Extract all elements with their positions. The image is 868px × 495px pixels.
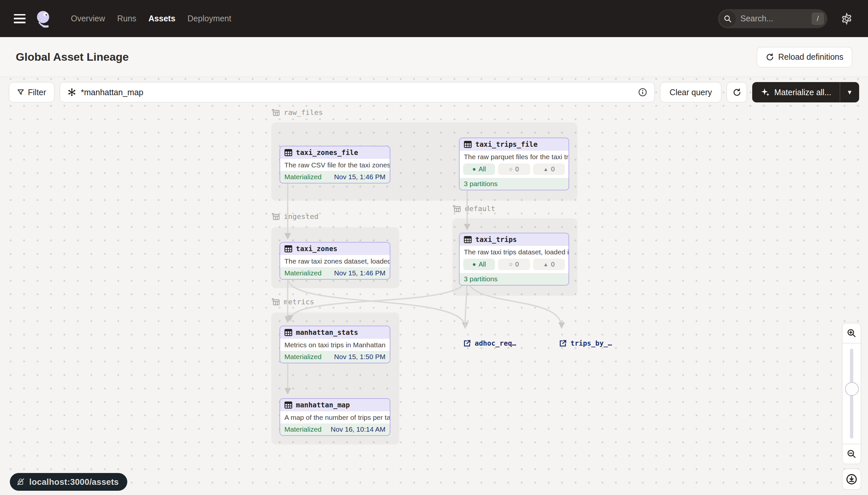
external-asset-adhoc-request[interactable]: adhoc_req… [463, 339, 516, 347]
table-icon [464, 236, 472, 243]
settings-gear-icon[interactable] [840, 13, 853, 25]
page-title: Global Asset Lineage [16, 51, 129, 63]
status-badge: Materialized [284, 425, 321, 433]
partition-badges: ●All ○0 ▲0 [460, 258, 568, 273]
zoom-out-icon [847, 449, 856, 459]
recenter-view-button[interactable] [842, 469, 861, 490]
lineage-canvas: Filter *manhattan_map Clear query [0, 77, 868, 495]
badge-missing-count: 0 [551, 261, 555, 268]
page-header: Global Asset Lineage Reload definitions [0, 37, 868, 77]
external-link-icon [559, 339, 567, 347]
badge-all-label: All [479, 166, 486, 173]
status-badge: Materialized [284, 353, 321, 361]
materialize-all-label: Materialize all... [774, 88, 831, 97]
nav-links: Overview Runs Assets Deployment [71, 14, 231, 23]
clear-query-button[interactable]: Clear query [660, 82, 721, 102]
materialization-timestamp: Nov 16, 10:14 AM [331, 425, 386, 433]
failed-ring-icon: ○ [509, 261, 513, 268]
search-placeholder: Search... [740, 14, 812, 23]
asset-node-taxi-zones-file[interactable]: taxi_zones_file The raw CSV file for the… [280, 146, 390, 184]
info-icon[interactable] [638, 88, 647, 97]
table-icon [284, 149, 292, 156]
top-nav: Overview Runs Assets Deployment Search..… [0, 0, 868, 37]
external-asset-trips-by[interactable]: trips_by_… [559, 339, 612, 347]
dagster-logo[interactable] [35, 10, 52, 28]
badge-all-label: All [479, 261, 486, 268]
materialization-timestamp: Nov 15, 1:46 PM [334, 173, 386, 181]
asset-node-manhattan-stats[interactable]: manhattan_stats Metrics on taxi trips in… [280, 326, 390, 363]
zoom-slider-handle[interactable] [845, 382, 859, 396]
asset-node-taxi-trips-file[interactable]: taxi_trips_file The raw parquet files fo… [459, 138, 569, 190]
external-asset-name: trips_by_… [570, 339, 612, 347]
asset-name: taxi_zones [296, 245, 337, 253]
table-icon [284, 245, 292, 252]
asset-description: The raw CSV file for the taxi zones dat.… [280, 159, 390, 171]
table-icon [284, 329, 292, 336]
status-badge: Materialized [284, 269, 321, 277]
download-circle-icon [846, 474, 857, 485]
failed-ring-icon: ○ [509, 166, 513, 173]
status-url: localhost:3000/assets [29, 477, 119, 487]
asset-description: A map of the number of trips per taxi z.… [280, 411, 390, 424]
reload-definitions-button[interactable]: Reload definitions [757, 47, 852, 67]
asset-name: taxi_trips [475, 236, 517, 243]
refresh-icon [732, 88, 741, 97]
missing-triangle-icon: ▲ [543, 262, 548, 268]
external-link-icon [463, 339, 472, 347]
badge-missing-count: 0 [551, 166, 555, 173]
table-icon [284, 402, 292, 409]
materialization-timestamp: Nov 15, 1:46 PM [334, 269, 386, 277]
asset-description: The raw taxi zones dataset, loaded int..… [280, 255, 390, 267]
zoom-slider[interactable] [842, 343, 861, 444]
asset-name: taxi_trips_file [475, 140, 538, 148]
table-icon [464, 141, 472, 148]
nav-item-assets[interactable]: Assets [148, 14, 176, 23]
funnel-icon [17, 89, 24, 96]
materialization-timestamp: Nov 15, 1:50 PM [334, 353, 386, 361]
nav-item-runs[interactable]: Runs [117, 14, 136, 23]
all-dot-icon: ● [472, 166, 476, 173]
asset-node-taxi-zones[interactable]: taxi_zones The raw taxi zones dataset, l… [280, 242, 390, 280]
badge-failed-count: 0 [515, 166, 519, 173]
refresh-icon [766, 53, 774, 62]
asset-description: Metrics on taxi trips in Manhattan [280, 339, 390, 351]
refresh-graph-button[interactable] [727, 82, 747, 102]
asset-name: manhattan_stats [296, 328, 358, 337]
search-shortcut-badge: / [812, 13, 824, 25]
search-input[interactable]: Search... / [718, 9, 827, 28]
query-value: *manhattan_map [81, 88, 634, 97]
nav-item-overview[interactable]: Overview [71, 14, 105, 23]
materialize-dropdown-caret[interactable]: ▾ [840, 82, 859, 102]
partitions-link[interactable]: 3 partitions [464, 275, 498, 283]
filter-button[interactable]: Filter [9, 82, 54, 102]
clear-query-label: Clear query [670, 88, 712, 97]
asset-node-taxi-trips[interactable]: taxi_trips The raw taxi trips dataset, l… [459, 233, 569, 286]
badge-failed-count: 0 [515, 261, 519, 268]
all-dot-icon: ● [472, 261, 476, 268]
filter-label: Filter [28, 88, 46, 97]
graph-query-icon [67, 88, 76, 97]
zoom-in-button[interactable] [842, 323, 861, 343]
materialize-all-button[interactable]: Materialize all... ▾ [752, 82, 859, 102]
asset-node-manhattan-map[interactable]: manhattan_map A map of the number of tri… [280, 398, 390, 436]
lineage-edges [0, 77, 868, 495]
asset-description: The raw taxi trips dataset, loaded into … [460, 246, 568, 258]
partitions-link[interactable]: 3 partitions [464, 180, 498, 188]
missing-triangle-icon: ▲ [543, 167, 548, 172]
search-icon [720, 11, 736, 27]
menu-icon[interactable] [14, 14, 25, 23]
reload-definitions-label: Reload definitions [778, 52, 844, 62]
nav-item-deployment[interactable]: Deployment [188, 14, 231, 23]
zoom-in-icon [847, 328, 856, 338]
asset-name: manhattan_map [296, 401, 350, 409]
zoom-out-button[interactable] [842, 444, 861, 464]
graph-toolbar: Filter *manhattan_map Clear query [9, 82, 859, 102]
external-asset-name: adhoc_req… [475, 339, 516, 347]
asset-query-input[interactable]: *manhattan_map [60, 82, 655, 102]
asset-description: The raw parquet files for the taxi trips… [460, 151, 568, 163]
partition-badges: ●All ○0 ▲0 [460, 163, 568, 178]
status-badge: Materialized [284, 173, 321, 181]
asset-name: taxi_zones_file [296, 149, 358, 157]
browser-status-bubble: localhost:3000/assets [10, 473, 127, 491]
sparkle-icon [761, 88, 770, 97]
